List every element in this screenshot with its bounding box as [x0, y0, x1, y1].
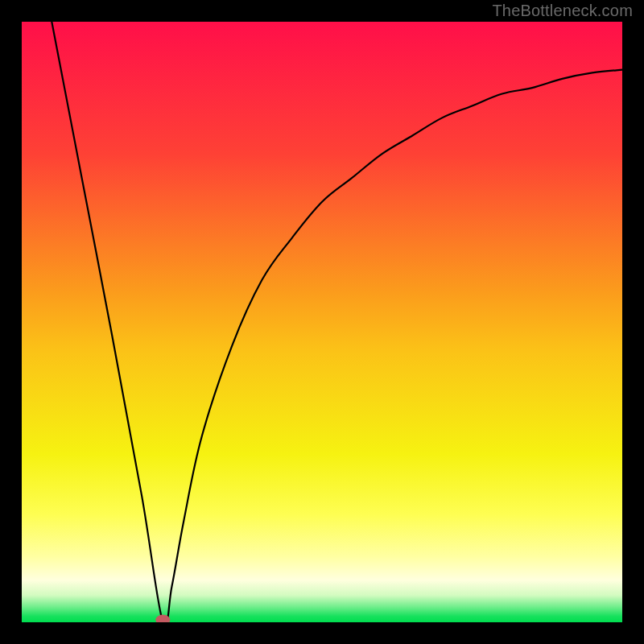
plot-area: [22, 22, 622, 622]
plot-svg: [22, 22, 622, 622]
watermark-text: TheBottleneck.com: [492, 2, 633, 20]
gradient-background: [22, 22, 622, 622]
chart-frame: TheBottleneck.com: [0, 0, 644, 644]
